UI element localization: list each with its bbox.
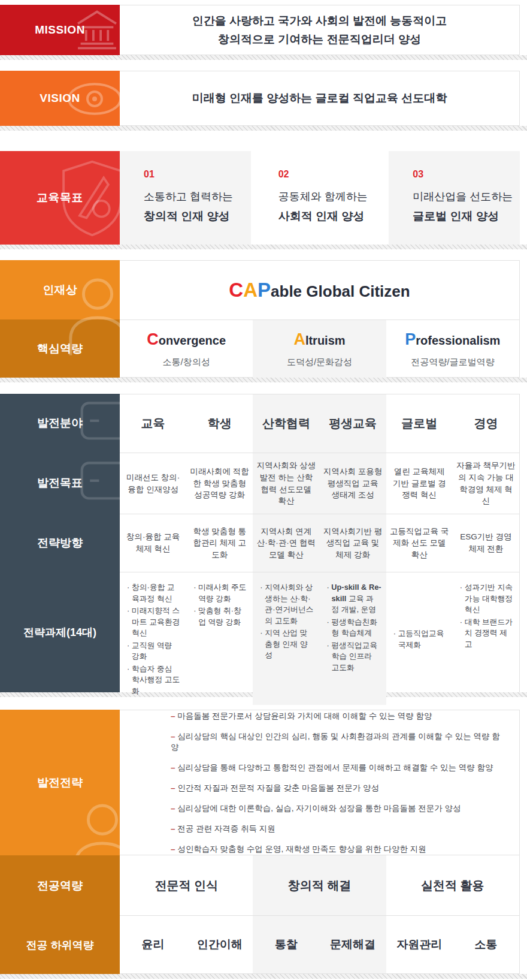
- task-item: 창의·융합 교육과정 혁신: [127, 582, 181, 604]
- strategy-label-text: 발전전략: [37, 775, 83, 791]
- task-item: 고등직업교육 국제화: [393, 628, 448, 650]
- major-competency-item: 전문적 인식: [120, 855, 253, 915]
- core-word-rest: rofessionalism: [416, 334, 500, 347]
- cap-letter-c: C: [229, 279, 243, 301]
- cap-rest-text: able Global Citizen: [271, 282, 410, 300]
- dev-field: 교육: [120, 394, 186, 453]
- dev-goal: 지역사회 포용형 평생직업 교육 생태계 조성: [319, 453, 386, 514]
- person-icon: [67, 799, 120, 855]
- core-item-convergence: Convergence 소통/창의성: [120, 320, 253, 378]
- dev-direction: ESG기반 경영 체제 전환: [453, 514, 519, 572]
- mission-label: MISSION: [0, 5, 120, 55]
- dev-goal: 미래선도 창의·융합 인재양성: [120, 453, 186, 514]
- dev-tasks-row: 전략과제(14대) 창의·융합 교육과정 혁신 미래지향적 스마트 교육환경 혁…: [0, 572, 527, 692]
- vision-label-text: VISION: [40, 92, 80, 105]
- edu-goals-label-text: 교육목표: [37, 190, 83, 206]
- task-item: 평생직업교육학습 인프라 고도화: [326, 640, 381, 674]
- sub-competency-row: 윤리 인간이해 통찰 문제해결 자원관리 소통: [120, 915, 519, 973]
- strategy-section: 발전전략 전공역량 전공 하위역량 마음돌봄 전문가로서 상담윤리와 가치에 대…: [0, 697, 527, 979]
- dev-task-list: 지역사회와 상생하는 산·학·관·연거버넌스의 고도화 지역 산업 맞춤형 인재…: [253, 572, 319, 705]
- dev-tasks-label: 전략과제(14대): [0, 572, 120, 692]
- vision-text: 미래형 인재를 양성하는 글로컬 직업교육 선도대학: [192, 89, 447, 107]
- dev-direction: 지역사회기반 평생직업 교육 및 체제 강화: [319, 514, 386, 572]
- task-item: Up-skill & Re-skill 교육 과정 개발, 운영: [326, 582, 381, 616]
- dev-goals-row: 발전목표 미래선도 창의·융합 인재양성 미래사회에 적합한 학생 맞춤형 성공…: [0, 453, 527, 514]
- edu-goal-number: 01: [144, 169, 245, 180]
- panel-icon: [74, 401, 120, 447]
- task-item: 맞춤형 취·창업 역량 강화: [193, 605, 248, 628]
- edu-goal-line1: 소통하고 협력하는: [144, 189, 245, 204]
- core-competency-row: Convergence 소통/창의성 Altruism 도덕성/문화감성 Pro…: [120, 319, 519, 378]
- strategy-label: 발전전략: [0, 710, 120, 855]
- sub-competency-item: 윤리: [120, 916, 186, 973]
- mission-text-line2: 창의적으로 기여하는 전문직업리더 양성: [218, 30, 421, 49]
- dev-field: 산학협력: [253, 394, 319, 453]
- edu-goal-item: 01 소통하고 협력하는 창의적 인재 양성: [120, 151, 251, 245]
- hatch-divider: [0, 55, 527, 60]
- dev-task-list: 미래사회 주도역량 강화 맞춤형 취·창업 역량 강화: [186, 572, 253, 705]
- strategy-bullet: 성인학습자 맞춤형 수업 운영, 재학생 만족도 향상을 위한 다양한 지원: [171, 844, 507, 855]
- edu-goal-item: 03 미래산업을 선도하는 글로벌 인재 양성: [389, 151, 520, 245]
- edu-goal-item: 02 공동체와 함께하는 사회적 인재 양성: [255, 151, 386, 245]
- dev-field: 평생교육: [319, 394, 386, 453]
- vision-label: VISION: [0, 71, 120, 126]
- dev-goal: 자율과 책무기반의 지속 가능 대학경영 체제 혁신: [453, 453, 519, 514]
- sub-competency-label-text: 전공 하위역량: [26, 938, 93, 952]
- dev-field: 글로벌: [386, 394, 453, 453]
- dev-task-list: 창의·융합 교육과정 혁신 미래지향적 스마트 교육환경 혁신 교직원 역량 강…: [120, 572, 186, 705]
- core-word-rest: ltruism: [305, 334, 346, 347]
- core-sub-label: 전공역량/글로벌역량: [411, 357, 494, 368]
- core-item-professionalism: Professionalism 전공역량/글로벌역량: [386, 320, 519, 378]
- talent-label-stack: 인재상 핵심역량: [0, 260, 120, 378]
- dev-field: 경영: [453, 394, 519, 453]
- task-item: 평생학습친화형 학습체계: [326, 617, 381, 639]
- core-sub-label: 소통/창의성: [163, 357, 210, 368]
- major-competency-label: 전공역량: [0, 855, 120, 916]
- development-section: 발전분야 교육 학생 산학협력 평생교육 글로벌 경영 발전목표 미래선도 창의…: [0, 382, 527, 697]
- dev-directions-label-text: 전략방향: [37, 535, 83, 551]
- strategy-bullet: 심리상담을 통해 다양하고 통합적인 관점에서 문제를 이해하고 해결할 수 있…: [171, 762, 507, 773]
- person-icon: [62, 273, 120, 357]
- edu-goals-label: 교육목표: [0, 151, 120, 245]
- strategy-bullet: 심리상담의 핵심 대상인 인간의 심리, 행동 및 사회환경과의 관계를 이해할…: [171, 731, 507, 753]
- dev-task-list: Up-skill & Re-skill 교육 과정 개발, 운영 평생학습친화형…: [319, 572, 386, 705]
- panel-icon: [74, 461, 120, 506]
- task-item: 교직원 역량 강화: [127, 640, 181, 662]
- mission-text-line1: 인간을 사랑하고 국가와 사회의 발전에 능동적이고: [192, 11, 447, 30]
- dev-goal: 열린 교육체제 기반 글로벌 경쟁력 혁신: [386, 453, 453, 514]
- talent-content: CAPable Global Citizen Convergence 소통/창의…: [120, 260, 520, 378]
- vision-content: 미래형 인재를 양성하는 글로컬 직업교육 선도대학: [120, 71, 520, 126]
- vision-section: VISION 미래형 인재를 양성하는 글로컬 직업교육 선도대학: [0, 60, 527, 131]
- task-item: 학습자 중심 학사행정 고도화: [127, 664, 181, 697]
- strategy-bullet: 인간적 자질과 전문적 자질을 갖춘 마음돌봄 전문가 양성: [171, 783, 507, 794]
- dev-fields-row: 발전분야 교육 학생 산학협력 평생교육 글로벌 경영: [0, 394, 527, 453]
- task-item: 대학 브랜드가치 경쟁력 제고: [460, 617, 514, 650]
- task-item: 성과기반 지속가능 대학행정 혁신: [460, 582, 514, 616]
- mission-section: MISSION 인간을 사랑하고 국가와 사회의 발전에 능동적이고 창의적으로…: [0, 0, 527, 60]
- core-item-altruism: Altruism 도덕성/문화감성: [253, 320, 386, 378]
- cap-letter-p: P: [258, 279, 271, 301]
- dev-fields-label: 발전분야: [0, 394, 120, 453]
- edu-goal-line2: 사회적 인재 양성: [278, 209, 380, 224]
- dev-direction: 고등직업교육 국제화 선도 모델 확산: [386, 514, 453, 572]
- core-initial: A: [293, 330, 305, 348]
- major-competency-item: 창의적 해결: [253, 855, 386, 915]
- edu-goals-content: 01 소통하고 협력하는 창의적 인재 양성 02 공동체와 함께하는 사회적 …: [120, 151, 520, 245]
- edu-goals-section: 교육목표 01 소통하고 협력하는 창의적 인재 양성 02 공동체와 함께하는…: [0, 131, 527, 249]
- major-competency-item: 실천적 활용: [386, 855, 519, 915]
- dev-direction: 창의·융합 교육체제 혁신: [120, 514, 186, 572]
- task-item: 미래사회 주도역량 강화: [193, 582, 248, 604]
- strategy-bullet: 마음돌봄 전문가로서 상담윤리와 가치에 대해 이해할 수 있는 역량 함양: [171, 711, 507, 722]
- mission-content: 인간을 사랑하고 국가와 사회의 발전에 능동적이고 창의적으로 기여하는 전문…: [120, 5, 520, 55]
- dev-direction: 학생 맞춤형 통합관리 체제 고도화: [186, 514, 253, 572]
- edu-goal-line1: 미래산업을 선도하는: [413, 189, 514, 204]
- strategy-bullet-list: 마음돌봄 전문가로서 상담윤리와 가치에 대해 이해할 수 있는 역량 함양 심…: [120, 710, 519, 855]
- task-item: 지역사회와 상생하는 산·학·관·연거버넌스의 고도화: [260, 582, 314, 626]
- sub-competency-item: 통찰: [253, 916, 319, 973]
- core-sub-label: 도덕성/문화감성: [287, 357, 352, 368]
- mission-label-text: MISSION: [35, 23, 85, 37]
- sub-competency-item: 문제해결: [319, 916, 386, 973]
- dev-field: 학생: [186, 394, 253, 453]
- talent-section: 인재상 핵심역량 CAPable Global Citizen Converg: [0, 249, 527, 382]
- dev-goal: 지역사회와 상생발전 하는 산학협력 선도모델 확산: [253, 453, 319, 514]
